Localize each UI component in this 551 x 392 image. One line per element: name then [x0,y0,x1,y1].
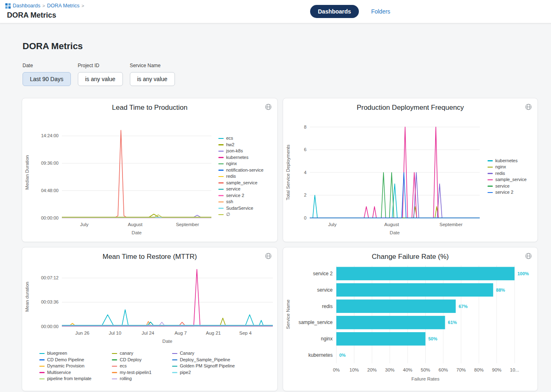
legend-swatch [218,138,224,139]
filter-service-name-label: Service Name [130,63,175,68]
legend-swatch [172,353,177,354]
legend-swatch [218,214,224,215]
legend-item[interactable]: SudarService [218,205,263,212]
legend-label: CD Deploy [120,357,141,363]
x-tick-label: 70% [456,367,466,372]
legend-item[interactable]: ecs [112,363,152,369]
legend-item[interactable]: service 2 [488,189,526,196]
y-tick-label: 00:03:36 [41,299,59,304]
legend-label: service [226,186,240,193]
legend-item[interactable]: CD Demo Pipeline [39,357,91,363]
legend-item[interactable]: service 2 [218,193,263,199]
legend-swatch [112,353,117,354]
legend-item[interactable]: pipe2 [172,369,235,376]
legend-swatch [218,144,224,145]
globe-icon[interactable] [525,103,532,111]
tiles-grid: Lead Time to Production 00:00:0004:48:00… [22,98,538,391]
filter-date-value-button[interactable]: Last 90 Days [23,72,71,86]
legend-item[interactable]: redis [488,170,526,177]
category-label: service 2 [313,271,333,276]
bar-service 2[interactable] [336,267,515,281]
bar-sample_service[interactable] [336,316,445,329]
tab-folders[interactable]: Folders [370,6,391,17]
legend-label: service [495,183,510,190]
series-line-nginx[interactable] [310,206,480,218]
legend-label: nginx [226,161,237,167]
x-axis-title: Failure Rates [411,376,440,381]
breadcrumb-link-dora-metrics[interactable]: DORA Metrics [47,3,79,9]
legend-swatch [172,366,177,367]
tile-header: Change Failure Rate (%) [283,247,537,262]
legend-item[interactable]: nginx [488,164,526,170]
x-tick-label: 60% [438,367,448,372]
legend-item[interactable]: Deploy_Sample_Pipeline [172,357,235,363]
legend-item[interactable]: my-test-pipelin1 [112,369,152,376]
category-label: nginx [321,336,333,342]
legend-item[interactable]: rolling [112,376,152,382]
legend-label: redis [495,170,505,177]
legend-item[interactable]: Golden PM Signoff Pipeline [172,363,235,369]
x-tick-label: August [384,222,399,227]
legend-label: pipeline from template [47,376,91,382]
legend-item[interactable]: kubernetes [218,154,263,161]
legend-item[interactable]: sample_service [488,177,526,183]
legend-swatch [218,163,224,165]
legend-item[interactable]: ecs [218,135,263,142]
legend-label: ssh [226,199,233,205]
breadcrumb-link-dashboards[interactable]: Dashboards [13,3,40,9]
legend-item[interactable]: notification-service [218,167,263,174]
legend-item[interactable]: bluegreen [39,350,91,357]
series-line-∅[interactable] [62,215,211,217]
globe-icon[interactable] [265,103,272,111]
tab-dashboards[interactable]: Dashboards [310,5,359,18]
legend-swatch [488,192,493,193]
y-tick-label: 8 [304,125,306,129]
legend-label: kubernetes [226,154,248,161]
legend-swatch [218,195,224,196]
legend-item[interactable]: Multiservice [39,369,91,376]
deployment-frequency-chart: 02468JulyAugustSeptemberDateTotal Servic… [283,113,484,240]
series-line-canary[interactable] [62,318,273,326]
legend-item[interactable]: Dynamic Provision [39,363,91,369]
globe-icon[interactable] [265,252,272,260]
bar-redis[interactable] [336,299,456,313]
series-line-hw2[interactable] [62,214,211,218]
series-line-Dynamic Provision[interactable] [62,323,273,325]
legend-item[interactable]: redis [218,173,263,180]
series-line-sample_service[interactable] [62,130,211,218]
x-tick-label: Sep 4 [239,331,252,335]
legend-label: ecs [226,135,233,142]
legend-item[interactable]: service [488,183,526,190]
x-tick-label: 30% [385,367,395,372]
bar-service[interactable] [336,283,493,297]
legend-swatch [218,189,224,190]
legend-item[interactable]: Canary [172,350,235,357]
filter-bar: Date Last 90 Days Project ID is any valu… [23,63,551,86]
legend-item[interactable]: nginx [218,161,263,167]
tile-change-failure-rate: Change Failure Rate (%) 0%10%20%30%40%50… [283,247,538,391]
legend-item[interactable]: kubernetes [488,158,526,164]
legend-item[interactable]: json-k8s [218,148,263,154]
legend-label: Golden PM Signoff Pipeline [180,363,235,369]
filter-service-name-value-button[interactable]: is any value [130,72,175,86]
series-line-Multiservice[interactable] [62,270,273,326]
bar-nginx[interactable] [336,332,426,346]
globe-icon[interactable] [525,252,532,260]
x-tick-label: July [80,222,89,227]
filter-project-id-value-button[interactable]: is any value [78,72,123,86]
legend-item[interactable]: canary [112,350,152,357]
legend-item[interactable]: sample_service [218,180,263,186]
dashboard-main: DORA Metrics Date Last 90 Days Project I… [0,41,551,391]
legend-item[interactable]: ∅ [218,211,263,218]
chart-title-deployment-frequency: Production Deployment Frequency [357,104,464,111]
legend-item[interactable]: hw2 [218,142,263,148]
change-failure-rate-chart: 0%10%20%30%40%50%60%70%80%90%10...servic… [283,262,533,386]
bar-value-label: 100% [517,271,529,276]
legend-item[interactable]: ssh [218,199,263,205]
legend-label: kubernetes [495,158,517,164]
legend-item[interactable]: service [218,186,263,193]
series-line-bluegreen[interactable] [62,310,273,326]
legend-item[interactable]: pipeline from template [39,376,91,382]
legend-item[interactable]: CD Deploy [112,357,152,363]
series-line-kubernetes[interactable] [310,184,480,218]
